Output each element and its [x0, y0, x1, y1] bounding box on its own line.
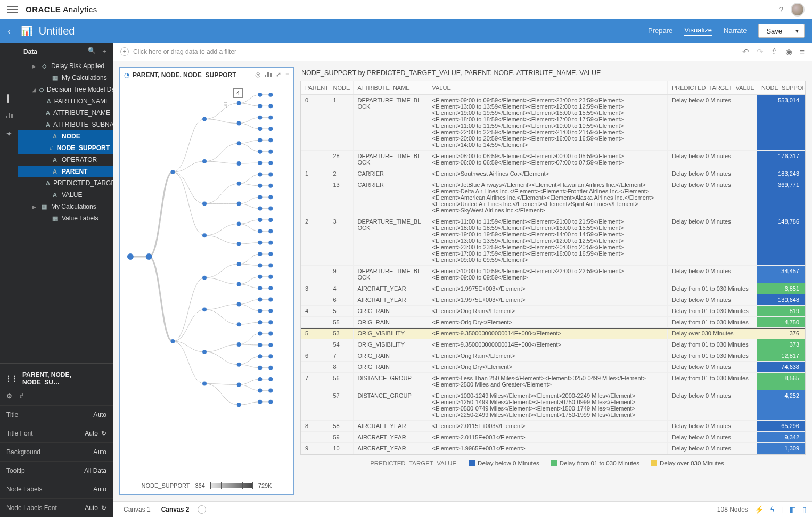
layout-icon[interactable]: ◧: [789, 505, 796, 514]
table-row[interactable]: 6AIRCRAFT_YEAR<Element>1.9975E+003</Elem…: [301, 294, 805, 306]
table-row[interactable]: 858AIRCRAFT_YEAR<Element>2.0115E+003</El…: [301, 421, 805, 432]
tree-item[interactable]: ▦Value Labels: [18, 212, 113, 224]
tree-item[interactable]: APARENT: [18, 166, 113, 177]
tree-item[interactable]: ▶▦My Calculations: [18, 201, 113, 212]
tree-item[interactable]: AOPERATOR: [18, 154, 113, 166]
table-row[interactable]: 23DEPARTURE_TIME_BLOCK<Element>11:00 to …: [301, 216, 805, 266]
tree-item[interactable]: ▦My Calculations: [18, 72, 113, 84]
svg-point-49: [258, 332, 262, 336]
table-row[interactable]: 12CARRIER<Element>Southwest Airlines Co.…: [301, 168, 805, 179]
table-row[interactable]: 8ORIG_RAIN<Element>Orig Dry</Element>Del…: [301, 362, 805, 373]
tree-item[interactable]: ANODE: [18, 130, 113, 142]
property-row[interactable]: TitleAuto: [0, 405, 113, 424]
tree-viz[interactable]: ◔ PARENT, NODE, NODE_SUPPORT ◎ ⤢ ≡ 4 ☟: [119, 67, 294, 495]
redo-icon[interactable]: ↷: [757, 47, 764, 56]
filter-bar[interactable]: + Click here or drag data to add a filte…: [113, 43, 812, 61]
bolt-icon[interactable]: ϟ: [770, 505, 775, 514]
viz-menu-icon[interactable]: ≡: [285, 71, 289, 79]
table-row[interactable]: 13CARRIER<Element>JetBlue Airways</Eleme…: [301, 179, 805, 216]
column-header[interactable]: VALUE: [428, 81, 668, 95]
reset-icon[interactable]: ↻: [101, 430, 106, 437]
column-header[interactable]: NODE_SUPPORT: [757, 81, 805, 95]
svg-point-9: [202, 307, 207, 311]
reset-icon[interactable]: ↻: [101, 504, 106, 512]
pivot-table[interactable]: PARENTNODEATTRIBUTE_NAMEVALUEPREDICTED_T…: [301, 81, 805, 454]
column-header[interactable]: PARENT: [301, 81, 329, 95]
tab-prepare[interactable]: Prepare: [648, 27, 672, 36]
tree-item[interactable]: APREDICTED_TARGET_…: [18, 177, 113, 189]
add-canvas-icon[interactable]: +: [198, 505, 206, 514]
search-icon[interactable]: 🔍: [88, 47, 96, 56]
grammar-tab-general-icon[interactable]: ⚙: [6, 392, 12, 400]
svg-point-46: [258, 298, 262, 302]
rail-analytics-icon[interactable]: ✦: [6, 129, 12, 138]
grammar-tab-values-icon[interactable]: #: [20, 392, 23, 400]
canvas-tab-1[interactable]: Canvas 1: [118, 506, 156, 513]
table-row[interactable]: 59AIRCRAFT_YEAR<Element>2.0115E+003</Ele…: [301, 432, 805, 443]
table-row[interactable]: 55ORIG_RAIN<Element>Orig Dry</Element>De…: [301, 317, 805, 328]
target-icon[interactable]: ◎: [255, 71, 260, 79]
table-row[interactable]: 45ORIG_RAIN<Element>Orig Rain</Element>D…: [301, 306, 805, 317]
chart-icon[interactable]: [265, 71, 272, 79]
menu-icon[interactable]: [7, 6, 18, 13]
svg-point-48: [258, 320, 262, 324]
app-bar: ORACLE Analytics ?: [0, 0, 812, 19]
svg-point-20: [237, 262, 241, 266]
table-row[interactable]: 54ORIG_VISIBILITY<Element>9.350000000000…: [301, 339, 805, 350]
table-row[interactable]: 756DISTANCE_GROUP<Element>Less Than 250 …: [301, 373, 805, 390]
canvas-menu-icon[interactable]: ≡: [800, 47, 805, 56]
add-filter-icon[interactable]: +: [120, 47, 129, 56]
add-data-icon[interactable]: ＋: [101, 47, 108, 56]
table-row[interactable]: 553ORIG_VISIBILITY<Element>9.35000000000…: [301, 328, 805, 339]
tree-item[interactable]: AATTRIBUTE_NAME: [18, 107, 113, 119]
table-row[interactable]: 34AIRCRAFT_YEAR<Element>1.9975E+003</Ele…: [301, 283, 805, 294]
viz-type-icon: ◔: [124, 71, 129, 79]
save-button[interactable]: Save▼: [758, 24, 805, 38]
export-icon[interactable]: ⇪: [771, 47, 778, 56]
help-icon[interactable]: ?: [779, 5, 783, 14]
svg-point-13: [237, 121, 241, 126]
auto-insights-icon[interactable]: ⚡: [754, 505, 764, 514]
table-row[interactable]: 01DEPARTURE_TIME_BLOCK<Element>09:00 to …: [301, 95, 805, 151]
property-row[interactable]: Title FontAuto ↻: [0, 424, 113, 442]
tree-item[interactable]: ▶◇Delay Risk Applied: [18, 60, 113, 72]
grammar-panel-title: ⋮⋮PARENT, NODE, NODE_SU…: [0, 366, 113, 391]
tree-item[interactable]: AVALUE: [18, 189, 113, 201]
column-header[interactable]: PREDICTED_TARGET_VALUE: [668, 81, 757, 95]
property-row[interactable]: TooltipAll Data: [0, 461, 113, 480]
table-row[interactable]: 57DISTANCE_GROUP<Element>1000-1249 Miles…: [301, 390, 805, 421]
svg-point-24: [237, 342, 241, 347]
avatar[interactable]: [791, 3, 805, 17]
property-row[interactable]: BackgroundAuto: [0, 442, 113, 461]
tab-visualize[interactable]: Visualize: [684, 26, 712, 36]
rail-data-icon[interactable]: [7, 95, 11, 102]
svg-point-74: [268, 298, 273, 302]
table-row[interactable]: 28DEPARTURE_TIME_BLOCK<Element>08:00 to …: [301, 151, 805, 168]
column-header[interactable]: ATTRIBUTE_NAME: [353, 81, 428, 95]
workbook-title[interactable]: Untitled: [39, 25, 75, 37]
tab-narrate[interactable]: Narrate: [724, 27, 747, 36]
layout2-icon[interactable]: ▯: [802, 505, 807, 514]
table-row[interactable]: 910AIRCRAFT_YEAR<Element>1.9965E+003</El…: [301, 443, 805, 454]
property-row[interactable]: Node Labels FontAuto ↻: [0, 498, 113, 517]
table-viz[interactable]: NODE_SUPPORT by PREDICTED_TARGET_VALUE, …: [300, 67, 806, 495]
tree-item[interactable]: APARTITION_NAME: [18, 95, 113, 107]
back-icon[interactable]: ‹: [7, 25, 11, 37]
save-dropdown-icon[interactable]: ▼: [790, 28, 804, 34]
svg-point-51: [258, 354, 262, 358]
svg-point-34: [258, 161, 262, 165]
expand-icon[interactable]: ⤢: [276, 71, 281, 79]
tree-item[interactable]: AATTRIBUTE_SUBNAME: [18, 119, 113, 130]
refresh-icon[interactable]: ◉: [785, 47, 792, 56]
tree-item[interactable]: #NODE_SUPPORT: [18, 142, 113, 154]
property-row[interactable]: Node LabelsAuto: [0, 480, 113, 498]
tree-item[interactable]: ◢◇Decision Tree Model Detail…: [18, 84, 113, 95]
table-row[interactable]: 9DEPARTURE_TIME_BLOCK<Element>10:00 to 1…: [301, 266, 805, 283]
svg-point-82: [268, 388, 273, 392]
rail-viz-icon[interactable]: [6, 112, 13, 120]
column-header[interactable]: NODE: [329, 81, 353, 95]
table-row[interactable]: 67ORIG_RAIN<Element>Orig Rain</Element>D…: [301, 350, 805, 362]
undo-icon[interactable]: ↶: [742, 47, 749, 56]
canvas-tab-2[interactable]: Canvas 2: [156, 506, 195, 513]
tree-plot[interactable]: 4 ☟: [120, 82, 293, 479]
